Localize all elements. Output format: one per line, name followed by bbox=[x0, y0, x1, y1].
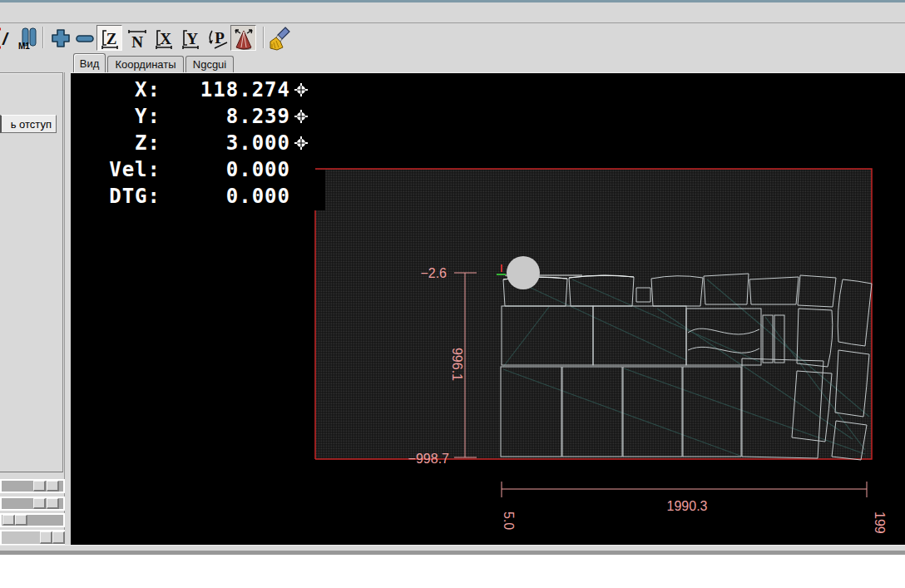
rotate-view-icon bbox=[232, 27, 255, 50]
block-delete-icon: / bbox=[0, 26, 12, 51]
tab-view[interactable]: Вид bbox=[73, 53, 106, 72]
optional-stop-button[interactable]: M1 bbox=[16, 25, 40, 51]
view-y-button[interactable]: Y bbox=[178, 25, 202, 51]
view-x-button[interactable]: X bbox=[151, 25, 176, 51]
override-slider-1[interactable] bbox=[0, 479, 65, 493]
view-perspective-letter: P bbox=[215, 29, 225, 47]
slider-handle[interactable] bbox=[47, 498, 59, 509]
view-x-letter: X bbox=[160, 30, 171, 47]
zoom-in-icon bbox=[50, 27, 72, 49]
tab-ngcgui[interactable]: Ngcgui bbox=[185, 56, 234, 72]
slider-handle[interactable] bbox=[52, 531, 65, 544]
zoom-in-button[interactable] bbox=[48, 25, 72, 51]
view-y-letter: Y bbox=[186, 30, 198, 47]
override-slider-3[interactable] bbox=[0, 513, 65, 527]
backplot-preview[interactable]: X: 118.274 Y: 8.239 Z: 3.000 Vel: 0.000 bbox=[71, 72, 905, 546]
dim-x-extent: 1990.3 bbox=[667, 499, 708, 513]
block-delete-button[interactable]: / bbox=[0, 25, 12, 51]
zoom-out-button[interactable] bbox=[72, 25, 96, 51]
view-y-icon: Y bbox=[179, 27, 202, 50]
zoom-out-icon bbox=[74, 27, 96, 49]
override-slider-4[interactable] bbox=[0, 530, 65, 546]
view-z-icon: Z bbox=[98, 27, 121, 50]
rotate-view-button[interactable] bbox=[230, 25, 256, 51]
optional-stop-icon: M1 bbox=[17, 26, 40, 51]
slider-handle[interactable] bbox=[47, 481, 59, 492]
toolbar-separator bbox=[263, 27, 265, 48]
slider-handle[interactable] bbox=[2, 515, 15, 526]
view-z-rotated-icon: N bbox=[125, 27, 148, 50]
view-x-icon: X bbox=[152, 27, 176, 50]
slider-handle[interactable] bbox=[15, 515, 27, 526]
grid-notch bbox=[314, 170, 325, 210]
optional-stop-label: M1 bbox=[18, 42, 30, 51]
left-sidebar: ь отступ bbox=[0, 72, 71, 545]
bottom-strip-shadow bbox=[0, 551, 905, 555]
tab-bar: Вид Координаты Ngcgui bbox=[0, 53, 905, 72]
dim-y-extent: 996.1 bbox=[450, 348, 464, 381]
dim-y-top: −2.6 bbox=[420, 266, 447, 280]
view-perspective-icon: P bbox=[205, 27, 228, 50]
slider-handle[interactable] bbox=[40, 531, 52, 544]
menubar-strip bbox=[0, 0, 905, 23]
tab-coordinates-label: Координаты bbox=[115, 58, 176, 71]
dim-y-bottom: −998.7 bbox=[408, 452, 449, 466]
dim-x-left: 5.0 bbox=[502, 511, 516, 530]
view-z-rotated-letter: N bbox=[131, 33, 143, 50]
clear-plot-button[interactable] bbox=[268, 25, 292, 51]
tool-cursor bbox=[507, 256, 540, 289]
toolbar: / M1 Z N X bbox=[0, 23, 905, 53]
toolbar-separator bbox=[42, 27, 44, 48]
tab-ngcgui-label: Ngcgui bbox=[193, 58, 226, 71]
block-delete-glyph: / bbox=[2, 29, 9, 48]
slider-handle[interactable] bbox=[33, 481, 46, 492]
view-z-rotated-button[interactable]: N bbox=[124, 25, 148, 51]
pane-sash[interactable] bbox=[64, 72, 71, 545]
edit-offset-button[interactable]: ь отступ bbox=[0, 115, 57, 133]
tab-coordinates[interactable]: Координаты bbox=[107, 56, 184, 72]
plot-canvas[interactable]: −2.6 996.1 −998.7 1990.3 5.0 199 bbox=[71, 73, 905, 546]
view-perspective-button[interactable]: P bbox=[204, 25, 228, 51]
view-z-button[interactable]: Z bbox=[96, 25, 122, 51]
bottom-strip bbox=[0, 545, 905, 551]
dim-x-right: 199 bbox=[873, 511, 887, 534]
view-z-letter: Z bbox=[106, 30, 116, 47]
clear-plot-icon bbox=[269, 26, 292, 51]
tab-view-label: Вид bbox=[80, 57, 100, 70]
override-slider-2[interactable] bbox=[0, 497, 65, 511]
slider-handle[interactable] bbox=[33, 498, 46, 509]
